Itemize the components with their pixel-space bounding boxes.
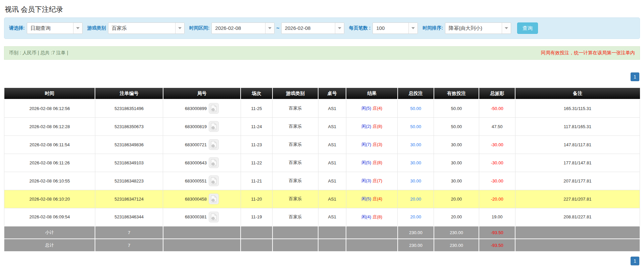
game-type-select[interactable]: 百家乐 — [108, 22, 185, 34]
cell-time: 2026-02-08 06:11:26 — [4, 154, 95, 172]
page-size-value: 100 — [373, 23, 408, 34]
cell-bet-id: 523186349103 — [95, 154, 163, 172]
cell-payout: -50.00 — [479, 99, 515, 117]
cell-game-type: 百家乐 — [273, 172, 318, 190]
betting-records-table: 时间 注单编号 局号 场次 游戏类别 桌号 结果 总投注 有效投注 总派彩 备注… — [4, 88, 640, 252]
cell-table-no: AS1 — [318, 208, 346, 226]
cell-session: 11-23 — [241, 136, 273, 154]
header-remark: 备注 — [515, 88, 640, 99]
total-bet-link[interactable]: 50.00 — [410, 124, 422, 129]
header-bet-id: 注单编号 — [95, 88, 163, 99]
cell-result: 闲(5)庄(4) — [346, 99, 397, 117]
cell-round-id: 683000643 — [163, 154, 241, 172]
page-size-select[interactable]: 100 — [373, 22, 418, 34]
summary-valid-bet: 230.00 — [434, 239, 479, 252]
cell-game-type: 百家乐 — [273, 154, 318, 172]
cell-payout: -30.00 — [479, 136, 515, 154]
cell-valid-bet: 20.00 — [434, 190, 479, 208]
cell-table-no: AS1 — [318, 154, 346, 172]
total-bet-link[interactable]: 20.00 — [410, 214, 422, 219]
page-1-button[interactable]: 1 — [631, 72, 639, 81]
cell-round-id: 683000458 — [163, 190, 241, 208]
cell-game-type: 百家乐 — [273, 136, 318, 154]
summary-label: 总计 — [4, 239, 95, 252]
cell-round-id: 683000551 — [163, 172, 241, 190]
cell-table-no: AS1 — [318, 136, 346, 154]
cell-result: 闲(2)庄(8) — [346, 117, 397, 136]
cell-remark: 165.31/115.31 — [515, 99, 640, 117]
cell-session: 11-21 — [241, 172, 273, 190]
video-file-icon[interactable] — [209, 212, 219, 222]
date-from-value: 2026-02-08 — [212, 23, 265, 34]
cell-round-id: 683000899 — [163, 99, 241, 117]
cell-bet-id: 523186346344 — [95, 208, 163, 226]
date-to-select[interactable]: 2026-02-08 — [281, 22, 344, 34]
cell-time: 2026-02-08 06:12:56 — [4, 99, 95, 117]
time-sort-value: 降幂(由大到小) — [445, 23, 502, 34]
chevron-down-icon[interactable] — [73, 23, 82, 34]
search-button[interactable]: 查询 — [517, 22, 538, 34]
summary-total-bet: 230.00 — [398, 226, 434, 239]
header-result: 结果 — [346, 88, 397, 99]
video-file-icon[interactable] — [209, 175, 219, 186]
table-row: 2026-02-08 06:11:54523186349836683000721… — [4, 136, 640, 154]
cell-remark: 208.81/227.81 — [515, 208, 640, 226]
filter-bar: 请选择: 日期查询 游戏类别 百家乐 时间区间: 2026-02-08 ~ 20… — [4, 17, 640, 39]
cell-time: 2026-02-08 06:10:20 — [4, 190, 95, 208]
cell-round-id: 683000381 — [163, 208, 241, 226]
total-bet-link[interactable]: 30.00 — [410, 178, 422, 183]
video-file-icon[interactable] — [209, 157, 219, 168]
total-bet-link[interactable]: 30.00 — [410, 160, 422, 165]
summary-count: 7 — [95, 226, 163, 239]
video-file-icon[interactable] — [209, 194, 219, 204]
time-range-label: 时间区间: — [189, 25, 210, 31]
video-file-icon[interactable] — [209, 121, 219, 132]
header-round-id: 局号 — [163, 88, 241, 99]
total-bet-link[interactable]: 20.00 — [410, 197, 422, 202]
cell-session: 11-25 — [241, 99, 273, 117]
summary-payout: -93.50 — [479, 226, 515, 239]
summary-label: 小计 — [4, 226, 95, 239]
cell-payout: -20.00 — [479, 190, 515, 208]
summary-count: 7 — [95, 239, 163, 252]
valid-bet-notice: 同局有效投注，统一计算在该局第一张注单内 — [541, 50, 635, 56]
page-title: 视讯 会员下注纪录 — [5, 5, 640, 14]
header-table-no: 桌号 — [318, 88, 346, 99]
total-bet-link[interactable]: 30.00 — [410, 142, 422, 147]
table-row: 2026-02-08 06:12:28523186350673683000819… — [4, 117, 640, 136]
query-type-select[interactable]: 日期查询 — [27, 22, 83, 34]
page-1-button[interactable]: 1 — [631, 257, 639, 265]
cell-game-type: 百家乐 — [273, 190, 318, 208]
pagination-bottom: 1 — [4, 257, 639, 265]
header-total-bet: 总投注 — [398, 88, 434, 99]
cell-remark: 117.81/165.31 — [515, 117, 640, 136]
date-from-select[interactable]: 2026-02-08 — [211, 22, 275, 34]
header-payout: 总派彩 — [479, 88, 515, 99]
time-sort-select[interactable]: 降幂(由大到小) — [445, 22, 511, 34]
video-file-icon[interactable] — [209, 103, 219, 114]
chevron-down-icon[interactable] — [335, 23, 344, 34]
chevron-down-icon[interactable] — [175, 23, 184, 34]
cell-total-bet: 30.00 — [398, 172, 434, 190]
cell-result: 闲(4)庄(8) — [346, 208, 397, 226]
table-row: 2026-02-08 06:09:54523186346344683000381… — [4, 208, 640, 226]
total-bet-link[interactable]: 50.00 — [410, 106, 422, 111]
cell-time: 2026-02-08 06:10:55 — [4, 172, 95, 190]
chevron-down-icon[interactable] — [502, 23, 511, 34]
info-bar: 币别 : 人民币 | 总共 :7 注单 | 同局有效投注，统一计算在该局第一张注… — [4, 46, 640, 60]
cell-time: 2026-02-08 06:12:28 — [4, 117, 95, 136]
cell-bet-id: 523186350673 — [95, 117, 163, 136]
cell-table-no: AS1 — [318, 99, 346, 117]
cell-total-bet: 20.00 — [398, 208, 434, 226]
table-row: 2026-02-08 06:12:56523186351496683000899… — [4, 99, 640, 117]
chevron-down-icon[interactable] — [408, 23, 417, 34]
header-valid-bet: 有效投注 — [434, 88, 479, 99]
cell-game-type: 百家乐 — [273, 117, 318, 136]
chevron-down-icon[interactable] — [265, 23, 274, 34]
cell-remark: 207.81/177.81 — [515, 172, 640, 190]
video-file-icon[interactable] — [209, 139, 219, 150]
cell-time: 2026-02-08 06:11:54 — [4, 136, 95, 154]
header-session: 场次 — [241, 88, 273, 99]
date-to-value: 2026-02-08 — [282, 23, 335, 34]
cell-table-no: AS1 — [318, 117, 346, 136]
